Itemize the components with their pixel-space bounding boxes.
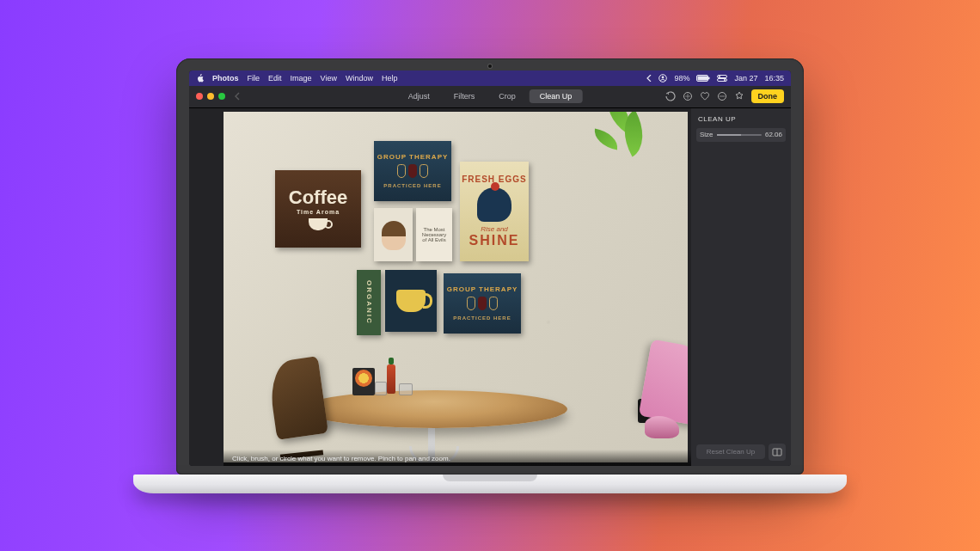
macos-menubar: Photos File Edit Image View Window Help … bbox=[189, 70, 791, 86]
more-icon[interactable] bbox=[717, 91, 727, 101]
menubar-item-file[interactable]: File bbox=[248, 74, 260, 83]
auto-enhance-icon[interactable] bbox=[683, 91, 693, 101]
battery-icon bbox=[696, 75, 710, 82]
favorite-icon[interactable] bbox=[700, 91, 710, 101]
face-icon bbox=[382, 224, 406, 250]
chair-right bbox=[610, 335, 688, 438]
cafe-table bbox=[301, 390, 567, 428]
revert-original-button[interactable] bbox=[769, 444, 786, 461]
poster-group-therapy-bottom: GROUP THERAPY PRACTICED HERE bbox=[444, 273, 521, 334]
window-minimize-button[interactable] bbox=[207, 93, 214, 100]
menubar-app-name[interactable]: Photos bbox=[212, 74, 239, 83]
screen-bezel: Photos File Edit Image View Window Help … bbox=[176, 58, 804, 474]
chevron-left-icon[interactable] bbox=[646, 75, 652, 82]
poster-group1-sub: PRACTICED HERE bbox=[383, 183, 441, 188]
window-close-button[interactable] bbox=[196, 93, 203, 100]
menubar-item-edit[interactable]: Edit bbox=[268, 74, 282, 83]
poster-eggs-t2: Rise and bbox=[481, 225, 508, 233]
hint-text: Click, brush, or circle what you want to… bbox=[224, 450, 691, 466]
reset-cleanup-button[interactable]: Reset Clean Up bbox=[696, 444, 765, 459]
back-icon[interactable] bbox=[234, 92, 241, 101]
screen: Photos File Edit Image View Window Help … bbox=[189, 70, 791, 466]
svg-rect-3 bbox=[698, 76, 708, 80]
poster-mug bbox=[385, 270, 437, 332]
poster-group-therapy-top: GROUP THERAPY PRACTICED HERE bbox=[374, 141, 451, 201]
camera-dot bbox=[488, 64, 492, 68]
poster-most-necessary: The Most Necessary of All Evils bbox=[416, 208, 452, 261]
tab-cleanup[interactable]: Clean Up bbox=[530, 89, 583, 103]
menubar-date[interactable]: Jan 27 bbox=[734, 74, 757, 83]
hot-sauce-bottle bbox=[387, 364, 395, 394]
poster-rise-shine: FRESH EGGS Rise and SHINE bbox=[460, 162, 529, 261]
mug-icon bbox=[396, 290, 426, 312]
control-center-icon[interactable] bbox=[717, 75, 727, 82]
poster-coffee-sub: Time Aroma bbox=[297, 209, 340, 215]
menubar-item-window[interactable]: Window bbox=[346, 74, 373, 83]
menubar-item-image[interactable]: Image bbox=[291, 74, 312, 83]
tab-filters[interactable]: Filters bbox=[444, 89, 486, 103]
window-fullscreen-button[interactable] bbox=[218, 93, 225, 100]
canvas-area: Coffee Time Aroma GROUP THERAPY PRACTICE… bbox=[189, 108, 691, 466]
workspace: Coffee Time Aroma GROUP THERAPY PRACTICE… bbox=[189, 108, 791, 466]
apple-icon[interactable] bbox=[196, 74, 204, 83]
rooster-icon bbox=[477, 187, 511, 222]
condiment-jar bbox=[399, 383, 413, 395]
poster-most-text: The Most Necessary of All Evils bbox=[420, 227, 449, 242]
poster-face bbox=[374, 208, 413, 261]
laptop-base bbox=[133, 474, 847, 493]
app-toolbar: Adjust Filters Crop Clean Up Done bbox=[189, 86, 791, 108]
menubar-item-view[interactable]: View bbox=[321, 74, 337, 83]
edit-tabs: Adjust Filters Crop Clean Up bbox=[398, 89, 583, 103]
battery-percent: 98% bbox=[674, 74, 689, 83]
size-slider[interactable]: Size 62.06 bbox=[696, 128, 786, 142]
menubar-item-help[interactable]: Help bbox=[382, 74, 398, 83]
size-value: 62.06 bbox=[765, 131, 782, 138]
cleanup-panel: CLEAN UP Size 62.06 Reset Clean Up bbox=[691, 108, 791, 466]
svg-point-1 bbox=[662, 76, 665, 78]
window-controls bbox=[196, 93, 225, 100]
svg-point-13 bbox=[723, 95, 724, 96]
laptop-base-notch bbox=[443, 474, 537, 481]
done-button[interactable]: Done bbox=[751, 89, 785, 103]
poster-group2-sub: PRACTICED HERE bbox=[453, 315, 511, 321]
tab-adjust[interactable]: Adjust bbox=[398, 89, 440, 103]
svg-rect-4 bbox=[708, 77, 710, 79]
poster-eggs-t3: SHINE bbox=[469, 233, 520, 248]
wine-glasses-icon bbox=[397, 164, 428, 178]
wine-glasses-icon bbox=[467, 297, 498, 310]
poster-coffee-title: Coffee bbox=[289, 187, 347, 209]
tab-crop[interactable]: Crop bbox=[488, 89, 526, 103]
panel-title: CLEAN UP bbox=[698, 115, 786, 123]
svg-point-11 bbox=[720, 95, 720, 96]
leaf-decor bbox=[591, 128, 620, 150]
laptop-mockup: Photos File Edit Image View Window Help … bbox=[176, 58, 804, 493]
size-label: Size bbox=[700, 131, 714, 138]
slider-track[interactable] bbox=[717, 134, 762, 136]
condiment-jar bbox=[375, 382, 387, 395]
menubar-time[interactable]: 16:35 bbox=[764, 74, 784, 83]
poster-organic: ORGANIC bbox=[357, 270, 381, 335]
poster-coffee: Coffee Time Aroma bbox=[275, 170, 361, 248]
coffee-cup-icon bbox=[309, 218, 328, 230]
user-icon[interactable] bbox=[658, 74, 667, 83]
photo-canvas[interactable]: Coffee Time Aroma GROUP THERAPY PRACTICE… bbox=[224, 112, 688, 462]
poster-group2-title: GROUP THERAPY bbox=[447, 285, 518, 293]
compare-icon bbox=[772, 448, 782, 456]
poster-organic-text: ORGANIC bbox=[365, 280, 373, 325]
rotate-icon[interactable] bbox=[665, 91, 676, 101]
menu-stand bbox=[352, 368, 375, 395]
svg-point-8 bbox=[724, 79, 726, 81]
svg-point-12 bbox=[721, 95, 722, 96]
chair-left bbox=[263, 359, 340, 462]
poster-group1-title: GROUP THERAPY bbox=[377, 153, 449, 161]
svg-point-7 bbox=[719, 76, 720, 77]
extensions-icon[interactable] bbox=[734, 91, 744, 101]
